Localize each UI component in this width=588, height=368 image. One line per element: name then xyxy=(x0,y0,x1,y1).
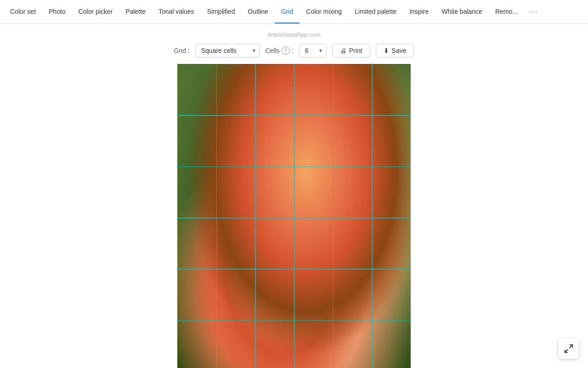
grid-type-select[interactable]: Square cells Rectangle cells Triangle ce… xyxy=(195,44,260,58)
nav-item-tonal-values[interactable]: Tonal values xyxy=(152,0,201,24)
cells-select-wrapper: 3 4 5 6 8 10 12 ▾ xyxy=(299,44,327,58)
nav-bar: Color set Photo Color picker Palette Ton… xyxy=(0,0,588,24)
cells-label: Cells ? : xyxy=(266,46,294,55)
nav-item-simplified[interactable]: Simplified xyxy=(201,0,242,24)
fullscreen-icon xyxy=(564,344,574,354)
save-button[interactable]: ⬇ Save xyxy=(376,44,414,58)
svg-line-1 xyxy=(565,350,568,352)
print-icon: 🖨 xyxy=(340,47,346,54)
nav-item-inspire[interactable]: Inspire xyxy=(403,0,435,24)
cells-select[interactable]: 3 4 5 6 8 10 12 xyxy=(299,44,327,58)
image-container xyxy=(177,64,411,368)
nav-item-palette[interactable]: Palette xyxy=(119,0,152,24)
cells-text: Cells xyxy=(266,47,280,54)
grid-type-label: Grid : xyxy=(174,47,190,54)
nav-more-button[interactable]: ··· xyxy=(524,0,543,24)
nav-item-photo[interactable]: Photo xyxy=(42,0,72,24)
grid-type-select-wrapper: Square cells Rectangle cells Triangle ce… xyxy=(195,44,260,58)
save-icon: ⬇ xyxy=(384,47,389,54)
nav-item-color-set[interactable]: Color set xyxy=(4,0,42,24)
print-button[interactable]: 🖨 Print xyxy=(332,44,370,58)
nav-item-remove[interactable]: Remo... xyxy=(489,0,524,24)
nav-item-color-mixing[interactable]: Color mixing xyxy=(300,0,348,24)
nav-item-white-balance[interactable]: White balance xyxy=(435,0,489,24)
cells-help-icon[interactable]: ? xyxy=(282,46,290,55)
nav-item-grid[interactable]: Grid xyxy=(275,0,300,24)
fullscreen-button[interactable] xyxy=(559,339,579,359)
nav-item-color-picker[interactable]: Color picker xyxy=(72,0,119,24)
save-label: Save xyxy=(392,47,407,54)
svg-line-0 xyxy=(570,345,572,348)
toolbar: Grid : Square cells Rectangle cells Tria… xyxy=(174,44,414,58)
print-label: Print xyxy=(349,47,362,54)
nav-item-outline[interactable]: Outline xyxy=(241,0,274,24)
watermark-text: ArtistAssistApp.com xyxy=(267,31,321,38)
main-content: ArtistAssistApp.com Grid : Square cells … xyxy=(0,24,588,368)
nav-item-limited-palette[interactable]: Limited palette xyxy=(348,0,403,24)
flower-image xyxy=(177,64,411,368)
cells-colon: : xyxy=(292,47,294,54)
